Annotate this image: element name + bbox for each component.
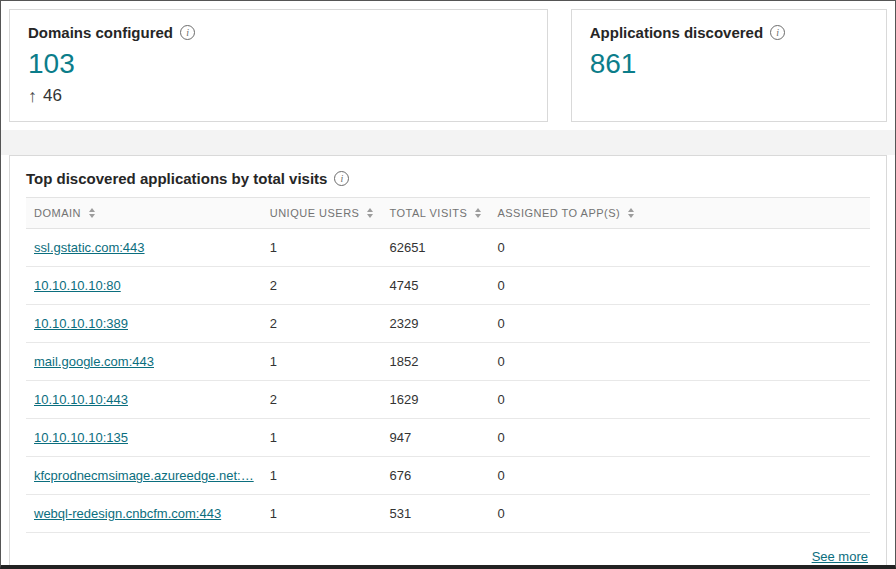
assigned-to-apps-cell: 0 xyxy=(489,267,870,305)
sort-icon[interactable] xyxy=(89,208,95,218)
applications-discovered-card: Applications discovered i 861 xyxy=(571,9,887,122)
unique-users-cell: 1 xyxy=(262,495,382,533)
table-row: 10.10.10.10:443 2 1629 0 xyxy=(26,381,870,419)
column-header-total-visits[interactable]: TOTAL VISITS xyxy=(381,198,489,229)
table-row: 10.10.10.10:80 2 4745 0 xyxy=(26,267,870,305)
section-divider-band xyxy=(1,130,895,155)
table-title: Top discovered applications by total vis… xyxy=(26,170,327,187)
assigned-to-apps-cell: 0 xyxy=(489,457,870,495)
sort-icon[interactable] xyxy=(367,208,373,218)
assigned-to-apps-cell: 0 xyxy=(489,495,870,533)
domain-link[interactable]: mail.google.com:443 xyxy=(34,354,154,369)
analytics-dashboard: Domains configured i 103 ↑ 46 Applicatio… xyxy=(0,0,896,569)
column-header-unique-users[interactable]: UNIQUE USERS xyxy=(262,198,382,229)
info-icon[interactable]: i xyxy=(334,171,349,186)
sort-icon[interactable] xyxy=(475,208,481,218)
table-row: 10.10.10.10:389 2 2329 0 xyxy=(26,305,870,343)
table-row: kfcprodnecmsimage.azureedge.net:… 1 676 … xyxy=(26,457,870,495)
applications-discovered-title: Applications discovered xyxy=(590,24,763,41)
see-more-row: See more xyxy=(26,533,870,569)
table-row: 10.10.10.10:135 1 947 0 xyxy=(26,419,870,457)
total-visits-cell: 4745 xyxy=(381,267,489,305)
unique-users-cell: 2 xyxy=(262,267,382,305)
top-applications-table: DOMAIN UNIQUE USERS TOTAL VISITS ASSIGNE… xyxy=(26,197,870,533)
sort-icon[interactable] xyxy=(628,208,634,218)
assigned-to-apps-cell: 0 xyxy=(489,305,870,343)
total-visits-cell: 62651 xyxy=(381,229,489,267)
unique-users-cell: 1 xyxy=(262,457,382,495)
up-arrow-icon: ↑ xyxy=(28,87,37,105)
table-row: mail.google.com:443 1 1852 0 xyxy=(26,343,870,381)
domain-link[interactable]: 10.10.10.10:389 xyxy=(34,316,128,331)
card-header: Domains configured i xyxy=(28,24,529,41)
summary-cards-row: Domains configured i 103 ↑ 46 Applicatio… xyxy=(1,1,895,122)
total-visits-cell: 676 xyxy=(381,457,489,495)
domains-configured-value: 103 xyxy=(28,49,529,80)
unique-users-cell: 1 xyxy=(262,419,382,457)
column-header-domain[interactable]: DOMAIN xyxy=(26,198,262,229)
table-row: ssl.gstatic.com:443 1 62651 0 xyxy=(26,229,870,267)
applications-discovered-value: 861 xyxy=(590,49,868,80)
assigned-to-apps-cell: 0 xyxy=(489,419,870,457)
assigned-to-apps-cell: 0 xyxy=(489,229,870,267)
domains-configured-title: Domains configured xyxy=(28,24,173,41)
column-label: ASSIGNED TO APP(S) xyxy=(497,207,620,219)
see-more-link[interactable]: See more xyxy=(812,549,868,564)
column-label: UNIQUE USERS xyxy=(270,207,360,219)
domain-link[interactable]: 10.10.10.10:80 xyxy=(34,278,121,293)
delta-value: 46 xyxy=(43,86,62,106)
domain-link[interactable]: 10.10.10.10:443 xyxy=(34,392,128,407)
top-applications-card: Top discovered applications by total vis… xyxy=(9,155,887,569)
table-title-row: Top discovered applications by total vis… xyxy=(26,170,870,187)
unique-users-cell: 2 xyxy=(262,381,382,419)
unique-users-cell: 1 xyxy=(262,229,382,267)
total-visits-cell: 1852 xyxy=(381,343,489,381)
column-label: DOMAIN xyxy=(34,207,81,219)
total-visits-cell: 2329 xyxy=(381,305,489,343)
total-visits-cell: 531 xyxy=(381,495,489,533)
domain-link[interactable]: webql-redesign.cnbcfm.com:443 xyxy=(34,506,221,521)
card-header: Applications discovered i xyxy=(590,24,868,41)
domain-link[interactable]: kfcprodnecmsimage.azureedge.net:… xyxy=(34,468,254,483)
domain-link[interactable]: ssl.gstatic.com:443 xyxy=(34,240,145,255)
unique-users-cell: 1 xyxy=(262,343,382,381)
column-header-assigned-to-apps[interactable]: ASSIGNED TO APP(S) xyxy=(489,198,870,229)
domain-link[interactable]: 10.10.10.10:135 xyxy=(34,430,128,445)
column-label: TOTAL VISITS xyxy=(389,207,467,219)
total-visits-cell: 947 xyxy=(381,419,489,457)
info-icon[interactable]: i xyxy=(770,25,785,40)
domains-configured-card: Domains configured i 103 ↑ 46 xyxy=(9,9,548,122)
table-row: webql-redesign.cnbcfm.com:443 1 531 0 xyxy=(26,495,870,533)
info-icon[interactable]: i xyxy=(180,25,195,40)
total-visits-cell: 1629 xyxy=(381,381,489,419)
assigned-to-apps-cell: 0 xyxy=(489,381,870,419)
table-header-row: DOMAIN UNIQUE USERS TOTAL VISITS ASSIGNE… xyxy=(26,198,870,229)
domains-configured-delta: ↑ 46 xyxy=(28,86,529,106)
unique-users-cell: 2 xyxy=(262,305,382,343)
assigned-to-apps-cell: 0 xyxy=(489,343,870,381)
